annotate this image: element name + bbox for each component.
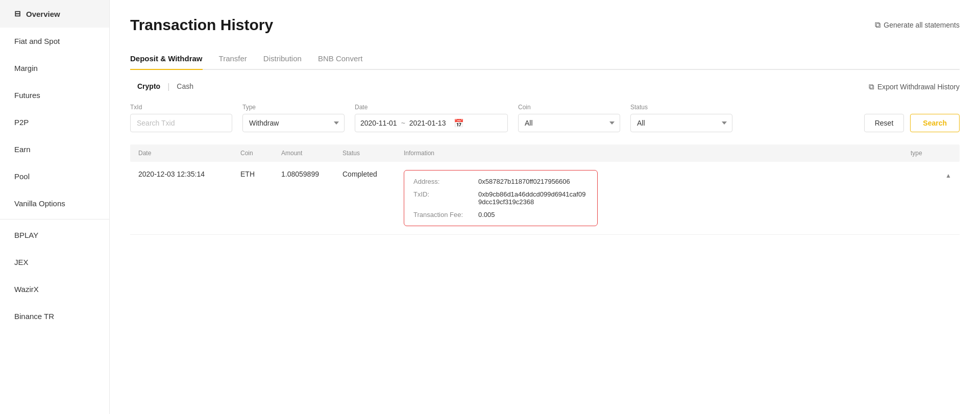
address-value: 0x587827b11870ff0217956606 [478,178,570,185]
reset-button[interactable]: Reset [864,114,904,132]
sub-tabs-row: Crypto | Cash ⧉ Export Withdrawal Histor… [130,80,960,93]
sub-tab-cash[interactable]: Cash [169,80,201,93]
sidebar-item-label: P2P [14,118,29,127]
type-select[interactable]: Deposit Withdraw [242,114,345,132]
type-label: Type [242,104,345,111]
info-address-row: Address: 0x587827b11870ff0217956606 [413,178,588,185]
txid-label: TxId [130,104,232,111]
sidebar-item-label: Fiat and Spot [14,37,60,45]
date-to: 2021-01-13 [409,119,446,127]
table-header: Date Coin Amount Status Information type [130,144,960,162]
sidebar-item-label: Futures [14,91,40,100]
sidebar-item-label: Overview [26,10,60,18]
sidebar-item-wazirx[interactable]: WazirX [0,276,109,303]
row-coin: ETH [240,170,281,178]
sub-tabs: Crypto | Cash [130,80,201,93]
filters-row: TxId Type Deposit Withdraw Date 2020-11-… [130,104,960,132]
sidebar-item-p2p[interactable]: P2P [0,109,109,136]
sidebar-divider [0,219,109,220]
row-expand-toggle[interactable]: ▲ [911,170,951,179]
sidebar-item-label: BPLAY [14,231,38,239]
main-tabs: Deposit & Withdraw Transfer Distribution… [130,48,960,70]
tab-deposit-withdraw[interactable]: Deposit & Withdraw [130,48,203,70]
txid-filter: TxId [130,104,232,132]
sidebar-item-label: Pool [14,172,30,181]
row-status: Completed [342,170,404,178]
export-icon: ⧉ [869,82,874,91]
txid-input[interactable] [130,114,232,132]
col-date: Date [138,150,240,157]
status-select[interactable]: All Completed Pending Failed [630,114,732,132]
sidebar-item-overview[interactable]: ⊟ Overview [0,0,109,28]
col-information: Information [404,150,911,157]
status-label: Status [630,104,732,111]
info-box: Address: 0x587827b11870ff0217956606 TxID… [404,170,598,226]
sidebar-item-bplay[interactable]: BPLAY [0,222,109,249]
generate-icon: ⧉ [875,20,880,30]
sidebar-item-pool[interactable]: Pool [0,163,109,190]
sidebar: ⊟ Overview Fiat and Spot Margin Futures … [0,0,110,414]
sidebar-item-fiat-spot[interactable]: Fiat and Spot [0,28,109,55]
info-fee-row: Transaction Fee: 0.005 [413,211,588,218]
coin-select[interactable]: All BTC ETH BNB [518,114,620,132]
sidebar-item-label: Binance TR [14,312,54,321]
sidebar-item-label: WazirX [14,285,39,294]
tab-distribution[interactable]: Distribution [263,48,302,70]
export-withdrawal-button[interactable]: ⧉ Export Withdrawal History [869,82,960,91]
page-header: Transaction History ⧉ Generate all state… [130,16,960,34]
date-tilde: ~ [401,119,405,127]
tab-transfer[interactable]: Transfer [219,48,247,70]
sidebar-item-label: Vanilla Options [14,199,65,208]
generate-statements-button[interactable]: ⧉ Generate all statements [875,20,960,30]
coin-filter: Coin All BTC ETH BNB [518,104,620,132]
sidebar-item-binance-tr[interactable]: Binance TR [0,303,109,330]
sidebar-item-earn[interactable]: Earn [0,136,109,163]
col-type: type [911,150,951,157]
info-txid-row: TxID: 0xb9cb86d1a46ddcd099d6941caf099dcc… [413,190,588,206]
sidebar-item-label: JEX [14,258,29,266]
row-amount: 1.08059899 [281,170,342,178]
date-from: 2020-11-01 [360,119,397,127]
sidebar-item-futures[interactable]: Futures [0,82,109,109]
sidebar-item-jex[interactable]: JEX [0,249,109,276]
sidebar-item-vanilla-options[interactable]: Vanilla Options [0,190,109,217]
sidebar-item-label: Margin [14,64,38,72]
fee-label: Transaction Fee: [413,211,472,218]
txid-info-value: 0xb9cb86d1a46ddcd099d6941caf099dcc19cf31… [478,190,588,206]
table: Date Coin Amount Status Information type… [130,144,960,235]
col-amount: Amount [281,150,342,157]
chevron-up-icon: ▲ [945,172,951,179]
coin-label: Coin [518,104,620,111]
overview-icon: ⊟ [14,9,21,18]
address-label: Address: [413,178,472,185]
table-row: 2020-12-03 12:35:14 ETH 1.08059899 Compl… [130,162,960,234]
date-label: Date [355,104,508,111]
filter-actions: Reset Search [864,114,960,132]
date-filter: Date 2020-11-01 ~ 2021-01-13 📅 [355,104,508,132]
page-title: Transaction History [130,16,273,34]
txid-info-label: TxID: [413,190,472,206]
sub-tab-crypto[interactable]: Crypto [130,80,167,93]
tab-bnb-convert[interactable]: BNB Convert [318,48,363,70]
calendar-icon[interactable]: 📅 [454,118,464,128]
search-button[interactable]: Search [910,114,960,132]
date-range-picker[interactable]: 2020-11-01 ~ 2021-01-13 📅 [355,114,508,132]
col-coin: Coin [240,150,281,157]
status-filter: Status All Completed Pending Failed [630,104,732,132]
fee-value: 0.005 [478,211,495,218]
sidebar-item-margin[interactable]: Margin [0,55,109,82]
row-date: 2020-12-03 12:35:14 [138,170,240,178]
type-filter: Type Deposit Withdraw [242,104,345,132]
main-content: Transaction History ⧉ Generate all state… [110,0,980,414]
col-status: Status [342,150,404,157]
table-row-wrapper: 2020-12-03 12:35:14 ETH 1.08059899 Compl… [130,162,960,235]
sidebar-item-label: Earn [14,145,31,154]
